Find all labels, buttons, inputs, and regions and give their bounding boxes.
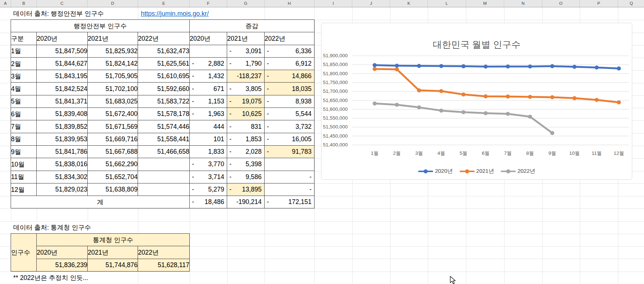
cell-delta-2021[interactable]: -10,625 bbox=[227, 108, 265, 120]
cell-group-header[interactable]: 증감 bbox=[190, 20, 314, 32]
cell-population-2021[interactable]: 51,825,932 bbox=[88, 45, 138, 57]
column-header-G[interactable]: G bbox=[227, 0, 265, 7]
column-header-M[interactable]: M bbox=[466, 0, 504, 7]
cell-month-label[interactable]: 9월 bbox=[11, 145, 37, 158]
cell-population-2021[interactable]: 51,662,290 bbox=[88, 158, 138, 171]
cell-month-label[interactable]: 2월 bbox=[11, 57, 37, 70]
cell-delta-2020[interactable]: 1,833 bbox=[190, 145, 227, 158]
cell-delta-2022[interactable]: -8,938 bbox=[265, 95, 314, 108]
cell-stats-year-header[interactable]: 2022년 bbox=[138, 246, 190, 259]
cell-population-2021[interactable]: 51,638,809 bbox=[88, 183, 138, 196]
cell-population-2021[interactable]: 51,671,569 bbox=[88, 120, 138, 133]
source1-label-cell[interactable]: 데이터 출처: 행정안전부 인구수 bbox=[11, 8, 138, 20]
cell-population-2021[interactable]: 51,702,100 bbox=[88, 83, 138, 95]
column-header-B[interactable]: B bbox=[11, 0, 37, 7]
cell-population-2021[interactable]: 51,683,025 bbox=[88, 95, 138, 108]
cell-delta-2022[interactable]: -14,866 bbox=[265, 70, 314, 83]
column-header-D[interactable]: D bbox=[88, 0, 138, 7]
cell-delta-2021[interactable]: -3,091 bbox=[227, 45, 265, 57]
cell-delta-2022[interactable]: -3,732 bbox=[265, 120, 314, 133]
cell-year-header[interactable]: 2022년 bbox=[265, 32, 314, 45]
cell-population-2022[interactable]: 51,625,561 bbox=[138, 57, 190, 70]
cell-population-2021[interactable]: 51,705,905 bbox=[88, 70, 138, 83]
cell-population-2022[interactable]: 51,632,473 bbox=[138, 45, 190, 57]
cell-year-header[interactable]: 구분 bbox=[11, 32, 37, 45]
cell-population-2020[interactable]: 51,844,627 bbox=[37, 57, 88, 70]
cell-population-2020[interactable]: 51,843,195 bbox=[37, 70, 88, 83]
column-header-J[interactable]: J bbox=[352, 0, 390, 7]
legend-item-2022년[interactable]: 2022년 bbox=[501, 168, 535, 175]
cell-population-2020[interactable]: 51,839,953 bbox=[37, 133, 88, 145]
cell-month-label[interactable]: 7월 bbox=[11, 120, 37, 133]
cell-month-label[interactable]: 1월 bbox=[11, 45, 37, 57]
cell-population-2020[interactable]: 51,842,524 bbox=[37, 83, 88, 95]
cell-delta-2022[interactable]: - bbox=[265, 183, 314, 196]
cell-delta-2021[interactable]: -3,805 bbox=[227, 83, 265, 95]
footnote-cell[interactable]: ** 2022년은 추정치 인듯... bbox=[11, 272, 138, 284]
cell-month-label[interactable]: 8월 bbox=[11, 133, 37, 145]
source-link[interactable]: https://jumin.mois.go.kr/ bbox=[141, 10, 209, 18]
cell-population-2020[interactable]: 51,841,786 bbox=[37, 145, 88, 158]
cell-population-2021[interactable]: 51,652,704 bbox=[88, 171, 138, 183]
cell-delta-2021[interactable]: -1,853 bbox=[227, 133, 265, 145]
column-header-F[interactable]: F bbox=[190, 0, 227, 7]
cell-stats-year-header[interactable]: 2020년 bbox=[37, 246, 88, 259]
source2-label-cell[interactable]: 데이터 출처: 통계청 인구수 bbox=[11, 222, 138, 234]
cell-delta-2021[interactable]: -19,075 bbox=[227, 95, 265, 108]
cell-population-2022[interactable]: 51,574,446 bbox=[138, 120, 190, 133]
cell-month-label[interactable]: 6월 bbox=[11, 108, 37, 120]
cell-population-2021[interactable]: 51,669,716 bbox=[88, 133, 138, 145]
column-header-Q[interactable]: Q bbox=[618, 0, 644, 7]
cell-population-2022[interactable] bbox=[138, 171, 190, 183]
cell-month-label[interactable]: 5월 bbox=[11, 95, 37, 108]
cell-population-2022[interactable]: 51,466,658 bbox=[138, 145, 190, 158]
cell-stats-value[interactable]: 51,628,117 bbox=[138, 259, 190, 271]
cell-delta-2021[interactable]: -9,586 bbox=[227, 171, 265, 183]
population-chart[interactable]: 대한민국 월별 인구수 51,900,00051,850,00051,800,0… bbox=[321, 23, 632, 180]
cell-delta-2020[interactable]: -3,770 bbox=[190, 158, 227, 171]
cell-population-2022[interactable]: 51,558,441 bbox=[138, 133, 190, 145]
cell-population-2022[interactable] bbox=[138, 158, 190, 171]
cell-delta-2021[interactable]: -13,895 bbox=[227, 183, 265, 196]
cell-delta-2021[interactable]: -5,398 bbox=[227, 158, 265, 171]
cell-delta-2020[interactable]: -1,963 bbox=[190, 108, 227, 120]
column-header-E[interactable]: E bbox=[138, 0, 190, 7]
cell-stats-value[interactable]: 51,836,239 bbox=[37, 259, 88, 271]
cell-month-label[interactable]: 3월 bbox=[11, 70, 37, 83]
legend-item-2020년[interactable]: 2020년 bbox=[418, 168, 452, 175]
cell-total-label[interactable]: 계 bbox=[11, 196, 190, 208]
cell-delta-2021[interactable]: -831 bbox=[227, 120, 265, 133]
column-header-A[interactable]: A bbox=[0, 0, 11, 7]
cell-population-2020[interactable]: 51,838,016 bbox=[37, 158, 88, 171]
cell-population-2022[interactable]: 51,592,660 bbox=[138, 83, 190, 95]
cell-year-header[interactable]: 2021년 bbox=[227, 32, 265, 45]
cell-total-delta-2020[interactable]: -18,486 bbox=[190, 196, 227, 208]
column-header-C[interactable]: C bbox=[37, 0, 88, 7]
cell-delta-2021[interactable]: -1,790 bbox=[227, 57, 265, 70]
cell-stats-row-header[interactable]: 인구수 bbox=[11, 234, 37, 272]
cell-month-label[interactable]: 10월 bbox=[11, 158, 37, 171]
column-header-O[interactable]: O bbox=[542, 0, 580, 7]
cell-delta-2020[interactable]: -1,432 bbox=[190, 70, 227, 83]
cell-group-header[interactable]: 행정안전부 인구수 bbox=[11, 20, 190, 32]
cell-delta-2020[interactable]: -1,153 bbox=[190, 95, 227, 108]
cell-delta-2022[interactable]: -6,336 bbox=[265, 45, 314, 57]
legend-item-2021년[interactable]: 2021년 bbox=[459, 168, 494, 175]
cell-month-label[interactable]: 4월 bbox=[11, 83, 37, 95]
column-header-N[interactable]: N bbox=[504, 0, 542, 7]
cell-population-2022[interactable]: 51,610,695 bbox=[138, 70, 190, 83]
cell-delta-2022[interactable]: -91,783 bbox=[265, 145, 314, 158]
cell-delta-2020[interactable]: 444 bbox=[190, 120, 227, 133]
cell-delta-2022[interactable]: - bbox=[265, 171, 314, 183]
cell-population-2021[interactable]: 51,667,688 bbox=[88, 145, 138, 158]
cell-delta-2020[interactable]: -5,279 bbox=[190, 183, 227, 196]
cell-population-2020[interactable]: 51,839,408 bbox=[37, 108, 88, 120]
cell-delta-2020[interactable]: -2,882 bbox=[190, 57, 227, 70]
cell-delta-2021[interactable]: -118,237 bbox=[227, 70, 265, 83]
cell-population-2020[interactable]: 51,841,371 bbox=[37, 95, 88, 108]
cell-month-label[interactable]: 11월 bbox=[11, 171, 37, 183]
cell-population-2021[interactable]: 51,672,400 bbox=[88, 108, 138, 120]
column-header-L[interactable]: L bbox=[428, 0, 466, 7]
cell-population-2022[interactable] bbox=[138, 183, 190, 196]
column-header-I[interactable]: I bbox=[314, 0, 352, 7]
